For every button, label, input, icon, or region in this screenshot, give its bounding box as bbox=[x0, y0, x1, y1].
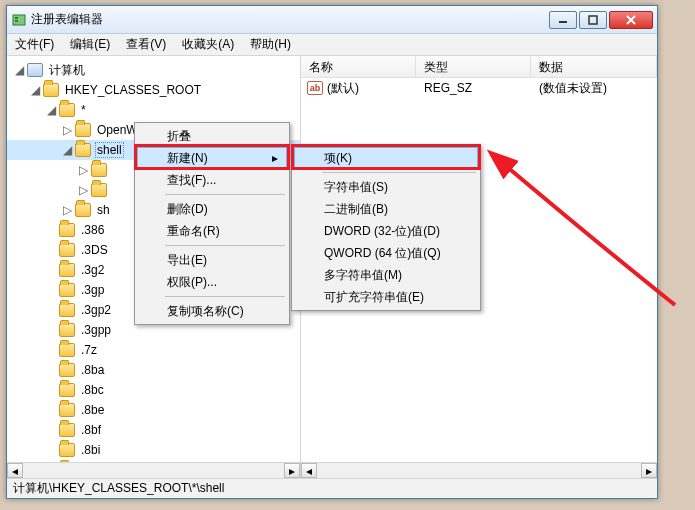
folder-icon bbox=[59, 423, 75, 437]
menu-collapse[interactable]: 折叠 bbox=[137, 125, 287, 147]
folder-icon bbox=[59, 223, 75, 237]
tree-item[interactable]: .3gp bbox=[79, 283, 106, 297]
expand-icon[interactable] bbox=[45, 344, 57, 356]
col-name[interactable]: 名称 bbox=[301, 56, 416, 77]
menubar: 文件(F) 编辑(E) 查看(V) 收藏夹(A) 帮助(H) bbox=[7, 34, 657, 56]
expand-icon[interactable] bbox=[45, 324, 57, 336]
tree-item[interactable]: .8be bbox=[79, 403, 106, 417]
expand-icon[interactable] bbox=[45, 364, 57, 376]
menu-view[interactable]: 查看(V) bbox=[122, 34, 170, 55]
tree-item-shell[interactable]: shell bbox=[95, 142, 124, 158]
scroll-right-icon[interactable]: ▸ bbox=[284, 463, 300, 478]
menu-export[interactable]: 导出(E) bbox=[137, 249, 287, 271]
expand-icon[interactable]: ◢ bbox=[45, 104, 57, 116]
status-path: 计算机\HKEY_CLASSES_ROOT\*\shell bbox=[13, 480, 224, 497]
value-type: REG_SZ bbox=[416, 81, 531, 95]
folder-icon bbox=[59, 263, 75, 277]
tree-item[interactable]: .7z bbox=[79, 343, 99, 357]
expand-icon[interactable]: ◢ bbox=[13, 64, 25, 76]
scroll-left-icon[interactable]: ◂ bbox=[7, 463, 23, 478]
expand-icon[interactable] bbox=[45, 404, 57, 416]
window-controls bbox=[549, 11, 653, 29]
menu-separator bbox=[165, 245, 285, 246]
expand-icon[interactable] bbox=[45, 284, 57, 296]
expand-icon[interactable]: ◢ bbox=[61, 144, 73, 156]
tree-item[interactable]: sh bbox=[95, 203, 112, 217]
menu-new-expandstring[interactable]: 可扩充字符串值(E) bbox=[294, 286, 478, 308]
expand-icon[interactable] bbox=[45, 224, 57, 236]
menu-favorites[interactable]: 收藏夹(A) bbox=[178, 34, 238, 55]
tree-item-hkey[interactable]: HKEY_CLASSES_ROOT bbox=[63, 83, 203, 97]
scroll-track[interactable] bbox=[317, 463, 641, 478]
expand-icon[interactable]: ▷ bbox=[77, 164, 89, 176]
list-header[interactable]: 名称 类型 数据 bbox=[301, 56, 657, 78]
menu-file[interactable]: 文件(F) bbox=[11, 34, 58, 55]
tree-item[interactable]: .3DS bbox=[79, 243, 110, 257]
folder-icon bbox=[59, 443, 75, 457]
scroll-right-icon[interactable]: ▸ bbox=[641, 463, 657, 478]
menu-new[interactable]: 新建(N)▸ bbox=[137, 147, 287, 169]
folder-icon bbox=[59, 103, 75, 117]
computer-icon bbox=[27, 63, 43, 77]
expand-icon[interactable]: ▷ bbox=[61, 124, 73, 136]
submenu-arrow-icon: ▸ bbox=[272, 151, 278, 165]
expand-icon[interactable]: ▷ bbox=[61, 204, 73, 216]
menu-find[interactable]: 查找(F)... bbox=[137, 169, 287, 191]
tree-item-computer[interactable]: 计算机 bbox=[47, 62, 87, 79]
menu-new-key[interactable]: 项(K) bbox=[294, 147, 478, 169]
menu-edit[interactable]: 编辑(E) bbox=[66, 34, 114, 55]
folder-icon bbox=[75, 203, 91, 217]
menu-new-multistring[interactable]: 多字符串值(M) bbox=[294, 264, 478, 286]
menu-delete[interactable]: 删除(D) bbox=[137, 198, 287, 220]
expand-icon[interactable] bbox=[45, 264, 57, 276]
tree-item[interactable]: .3gpp bbox=[79, 323, 113, 337]
scroll-track[interactable] bbox=[23, 463, 284, 478]
context-menu: 折叠 新建(N)▸ 查找(F)... 删除(D) 重命名(R) 导出(E) 权限… bbox=[134, 122, 290, 325]
titlebar[interactable]: 注册表编辑器 bbox=[7, 6, 657, 34]
tree-item[interactable]: .3gp2 bbox=[79, 303, 113, 317]
menu-new-dword[interactable]: DWORD (32-位)值(D) bbox=[294, 220, 478, 242]
scroll-left-icon[interactable]: ◂ bbox=[301, 463, 317, 478]
tree-item[interactable]: .3g2 bbox=[79, 263, 106, 277]
close-button[interactable] bbox=[609, 11, 653, 29]
menu-help[interactable]: 帮助(H) bbox=[246, 34, 295, 55]
folder-icon bbox=[59, 303, 75, 317]
list-hscrollbar[interactable]: ◂ ▸ bbox=[301, 462, 657, 478]
menu-separator bbox=[165, 296, 285, 297]
status-bar: 计算机\HKEY_CLASSES_ROOT\*\shell bbox=[7, 478, 657, 498]
tree-item[interactable]: .8bc bbox=[79, 383, 106, 397]
expand-icon[interactable]: ▷ bbox=[77, 184, 89, 196]
minimize-button[interactable] bbox=[549, 11, 577, 29]
menu-new-binary[interactable]: 二进制值(B) bbox=[294, 198, 478, 220]
expand-icon[interactable] bbox=[45, 384, 57, 396]
maximize-button[interactable] bbox=[579, 11, 607, 29]
col-type[interactable]: 类型 bbox=[416, 56, 531, 77]
expand-icon[interactable] bbox=[45, 244, 57, 256]
menu-copy-key-name[interactable]: 复制项名称(C) bbox=[137, 300, 287, 322]
expand-icon[interactable] bbox=[45, 424, 57, 436]
menu-new-string[interactable]: 字符串值(S) bbox=[294, 176, 478, 198]
tree-item-star[interactable]: * bbox=[79, 103, 88, 117]
svg-rect-0 bbox=[13, 15, 25, 25]
folder-icon bbox=[59, 283, 75, 297]
folder-icon bbox=[75, 143, 91, 157]
svg-rect-1 bbox=[15, 17, 18, 19]
tree-item[interactable]: .386 bbox=[79, 223, 106, 237]
col-data[interactable]: 数据 bbox=[531, 56, 657, 77]
menu-separator bbox=[165, 194, 285, 195]
tree-item[interactable]: .8ba bbox=[79, 363, 106, 377]
svg-rect-2 bbox=[15, 20, 18, 22]
expand-icon[interactable]: ◢ bbox=[29, 84, 41, 96]
tree-item[interactable]: .8bi bbox=[79, 443, 102, 457]
expand-icon[interactable] bbox=[45, 304, 57, 316]
folder-icon bbox=[59, 243, 75, 257]
folder-icon bbox=[59, 383, 75, 397]
list-row[interactable]: ab(默认) REG_SZ (数值未设置) bbox=[301, 78, 657, 98]
tree-hscrollbar[interactable]: ◂ ▸ bbox=[7, 462, 300, 478]
svg-rect-4 bbox=[589, 16, 597, 24]
tree-item[interactable]: .8bf bbox=[79, 423, 103, 437]
menu-rename[interactable]: 重命名(R) bbox=[137, 220, 287, 242]
expand-icon[interactable] bbox=[45, 444, 57, 456]
menu-permissions[interactable]: 权限(P)... bbox=[137, 271, 287, 293]
menu-new-qword[interactable]: QWORD (64 位)值(Q) bbox=[294, 242, 478, 264]
